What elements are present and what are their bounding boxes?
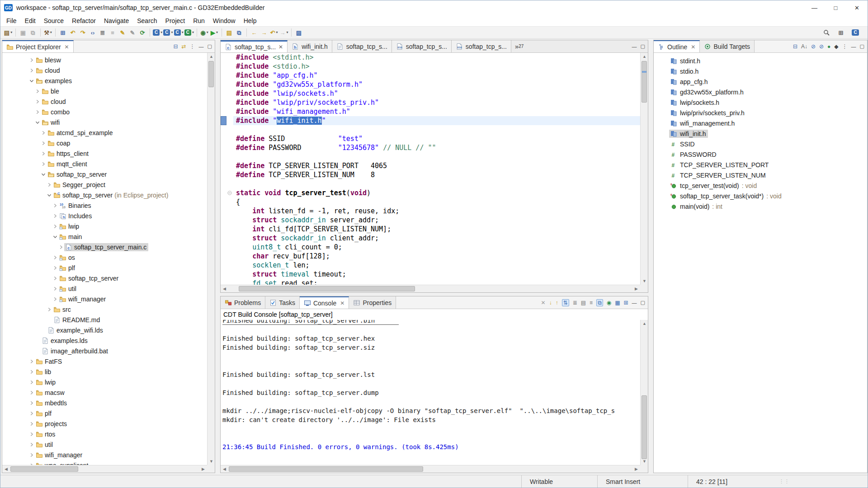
- tree-item-projects[interactable]: projects: [2, 418, 207, 429]
- outline-item-password[interactable]: #PASSWORD: [654, 149, 867, 160]
- tree-item-plf[interactable]: plf: [2, 408, 207, 418]
- sort-icon[interactable]: A↓: [801, 44, 807, 49]
- tree-item-util[interactable]: util: [2, 439, 207, 450]
- scroll-lock-icon[interactable]: ⇅: [562, 299, 569, 306]
- tree-item-image-afterbuild-bat[interactable]: image_afterbuild.bat: [2, 346, 207, 356]
- tab-console[interactable]: Console✕: [300, 296, 349, 309]
- tree-item-softap-tcp-server[interactable]: softap_tcp_server: [2, 169, 207, 179]
- expander-icon[interactable]: [52, 202, 58, 209]
- outline-item-stdint-h[interactable]: stdint.h: [654, 56, 867, 66]
- expander-icon[interactable]: [28, 451, 35, 459]
- menu-help[interactable]: Help: [240, 16, 261, 25]
- expander-icon[interactable]: [28, 399, 35, 407]
- expander-icon[interactable]: [58, 244, 64, 251]
- tree-item-wifi[interactable]: wifi: [2, 117, 207, 127]
- close-icon[interactable]: ✕: [846, 0, 868, 15]
- outline-item-app-cfg-h[interactable]: app_cfg.h: [654, 76, 867, 87]
- tree-item-src[interactable]: src: [2, 304, 207, 314]
- c-build-active-button[interactable]: C▾: [163, 28, 173, 38]
- expander-icon[interactable]: [28, 389, 35, 396]
- tree-item-cloud[interactable]: cloud: [2, 96, 207, 107]
- expander-icon[interactable]: [46, 306, 52, 313]
- expander-icon[interactable]: [46, 192, 52, 199]
- menu-navigate[interactable]: Navigate: [100, 16, 133, 25]
- outline-list[interactable]: stdint.hstdio.happ_cfg.hgd32vw55x_platfo…: [654, 53, 867, 473]
- minimize-view-icon[interactable]: —: [632, 300, 637, 305]
- expander-icon[interactable]: [52, 285, 58, 292]
- expander-icon[interactable]: [46, 181, 52, 188]
- tree-item-segger-project[interactable]: Segger_project: [2, 179, 207, 190]
- expander-icon[interactable]: [52, 212, 58, 220]
- expander-icon[interactable]: [34, 108, 41, 116]
- maximize-editor-icon[interactable]: ▢: [641, 43, 645, 49]
- copy-console-icon[interactable]: ⧉: [596, 299, 603, 306]
- word-wrap-icon[interactable]: ≣: [573, 300, 577, 305]
- expander-icon[interactable]: [52, 233, 58, 240]
- tree-item-lib[interactable]: lib: [2, 366, 207, 377]
- clear-console-icon[interactable]: ≡: [590, 300, 593, 305]
- expander-icon[interactable]: [34, 119, 41, 126]
- tab-overflow-button[interactable]: »27: [511, 40, 527, 52]
- menu-window[interactable]: Window: [209, 16, 240, 25]
- maximize-view-icon[interactable]: ▢: [641, 300, 645, 305]
- save-button[interactable]: ▣: [19, 28, 28, 38]
- tree-item-cloud[interactable]: cloud: [2, 65, 207, 75]
- c-index-button[interactable]: C▾: [174, 28, 184, 38]
- mark-occurrences-button[interactable]: ✎: [118, 28, 127, 38]
- editor-vertical-scrollbar[interactable]: ▲ ▼: [640, 53, 648, 285]
- cpp-perspective-button[interactable]: C: [851, 28, 860, 38]
- editor-tab-1[interactable]: hwifi_init.h: [288, 40, 332, 52]
- expander-icon[interactable]: [40, 171, 47, 178]
- hide-static-members-icon[interactable]: ⊘: [819, 44, 824, 49]
- remove-all-launches-icon[interactable]: ↑: [556, 300, 558, 305]
- new-wizard-button[interactable]: ▤▾: [4, 28, 13, 38]
- code-editor[interactable]: #include <stdint.h>#include <stdio.h>#in…: [221, 53, 640, 285]
- editor-tab-0[interactable]: csoftap_tcp_s...✕: [221, 40, 288, 52]
- tree-item-examples[interactable]: examples: [2, 75, 207, 86]
- expander-icon[interactable]: [34, 88, 41, 95]
- explorer-horizontal-scrollbar[interactable]: ◀ ▶: [2, 465, 207, 473]
- console-horizontal-scrollbar[interactable]: ◀ ▶: [221, 465, 640, 473]
- menu-run[interactable]: Run: [189, 16, 209, 25]
- save-all-button[interactable]: ⧉: [28, 28, 38, 38]
- maximize-view-icon[interactable]: ▢: [860, 43, 864, 49]
- outline-item-main-void[interactable]: main(void) : int: [654, 201, 867, 211]
- outline-item-wifi-init-h[interactable]: wifi_init.h: [654, 128, 867, 139]
- display-selected-console-icon[interactable]: ▦: [615, 300, 620, 305]
- tab-problems[interactable]: Problems: [221, 296, 265, 309]
- editor-tab-4[interactable]: 010softap_tcp_s...: [452, 40, 511, 52]
- minimize-icon[interactable]: —: [804, 0, 825, 15]
- close-icon[interactable]: ✕: [691, 44, 695, 50]
- console-vertical-scrollbar[interactable]: ▲ ▼: [640, 320, 648, 465]
- close-icon[interactable]: ✕: [340, 300, 344, 306]
- search-button[interactable]: [822, 28, 831, 38]
- tree-item-ble[interactable]: ble: [2, 86, 207, 96]
- collapse-all-icon[interactable]: ⊟: [793, 44, 797, 49]
- tree-item-rtos[interactable]: rtos: [2, 429, 207, 439]
- tree-item-mqtt-client[interactable]: mqtt_client: [2, 159, 207, 169]
- expander-icon[interactable]: [40, 160, 47, 168]
- expander-icon[interactable]: [28, 67, 35, 74]
- menu-edit[interactable]: Edit: [21, 16, 40, 25]
- forward-button[interactable]: →: [259, 28, 269, 38]
- minimize-view-icon[interactable]: —: [199, 44, 204, 49]
- tree-item-util[interactable]: util: [2, 283, 207, 294]
- expander-icon[interactable]: [28, 77, 35, 84]
- tree-item-blesw[interactable]: blesw: [2, 55, 207, 65]
- link-with-editor-icon[interactable]: ⇄: [182, 44, 186, 49]
- tree-item-combo[interactable]: combo: [2, 107, 207, 117]
- expander-icon[interactable]: [28, 410, 35, 417]
- filters-icon[interactable]: ◆: [834, 44, 838, 49]
- pin-console-icon[interactable]: ◉: [607, 300, 611, 305]
- open-task-button[interactable]: ▤: [225, 28, 234, 38]
- new-window-button[interactable]: ⊞: [58, 28, 67, 38]
- tree-item-os[interactable]: os: [2, 252, 207, 263]
- tree-item-examples-lds[interactable]: examples.lds: [2, 335, 207, 346]
- tree-item-atcmd-spi-example[interactable]: atcmd_spi_example: [2, 127, 207, 138]
- linked-doc-button[interactable]: ⧉: [235, 28, 244, 38]
- view-menu-icon[interactable]: ⋮: [842, 44, 848, 49]
- minimize-editor-icon[interactable]: —: [632, 44, 637, 49]
- outline-item-lwip-sockets-h[interactable]: lwip/sockets.h: [654, 97, 867, 108]
- run-button[interactable]: ▶▾: [210, 28, 219, 38]
- c-refresh-button[interactable]: C▾: [184, 28, 194, 38]
